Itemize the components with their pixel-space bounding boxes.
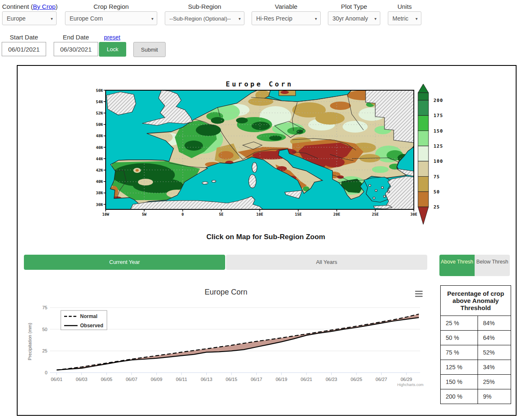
svg-text:06/29: 06/29 <box>400 377 412 382</box>
svg-text:15E: 15E <box>295 212 301 217</box>
results-panel: Europe Corn <box>17 65 517 416</box>
table-row: 50 %64% <box>441 331 511 345</box>
svg-text:06/25: 06/25 <box>351 377 362 382</box>
threshold-table: Percentage of crop above Anomaly Thresho… <box>440 285 511 404</box>
start-date-label: Start Date <box>2 34 46 41</box>
units-label: Units <box>388 3 421 10</box>
legend-normal-label: Normal <box>80 313 97 319</box>
map-colorbar <box>418 84 429 224</box>
start-date-input[interactable] <box>2 42 46 56</box>
svg-text:06/23: 06/23 <box>326 377 338 382</box>
by-crop-link[interactable]: By Crop <box>33 3 55 10</box>
table-row: 125 %34% <box>441 360 511 375</box>
precip-chart: Europe Corn 06/0106/0306/0506/0706/0906/… <box>24 283 426 393</box>
svg-text:40N: 40N <box>96 180 103 184</box>
svg-text:20E: 20E <box>333 212 340 217</box>
tab-all-years[interactable]: All Years <box>226 255 427 270</box>
sweden-block <box>279 90 296 96</box>
threshold-cell: 125 % <box>441 360 478 375</box>
svg-text:06/13: 06/13 <box>201 377 213 382</box>
percentage-cell: 52% <box>478 345 511 360</box>
map-zoom-note: Click on Map for Sub-Region Zoom <box>18 233 514 241</box>
svg-text:06/17: 06/17 <box>251 377 262 382</box>
svg-text:36N: 36N <box>96 203 103 207</box>
svg-text:175: 175 <box>434 113 443 118</box>
svg-text:54N: 54N <box>96 100 103 104</box>
submit-button[interactable]: Submit <box>133 42 166 57</box>
below-thresh-button[interactable]: Below Thresh <box>475 255 510 276</box>
svg-text:06/03: 06/03 <box>76 377 88 382</box>
svg-text:200: 200 <box>434 98 443 103</box>
svg-text:06/19: 06/19 <box>276 377 288 382</box>
percentage-cell: 64% <box>478 331 511 345</box>
end-date-label: End Date <box>54 34 98 41</box>
svg-text:50: 50 <box>42 327 47 332</box>
continent-label: Continent (By Crop) <box>2 3 58 10</box>
svg-text:5W: 5W <box>142 212 146 217</box>
end-date-input[interactable] <box>54 42 98 56</box>
variable-select[interactable]: Hi-Res Precip▾ <box>252 11 321 25</box>
tab-current-year[interactable]: Current Year <box>24 255 225 270</box>
chart-axes <box>50 373 420 375</box>
svg-text:52N: 52N <box>96 111 103 115</box>
table-row: 25 %84% <box>441 316 511 331</box>
chart-credits[interactable]: Highcharts.com <box>397 383 423 387</box>
above-thresh-button[interactable]: Above Thresh <box>439 255 475 276</box>
table-row: 75 %52% <box>441 345 511 360</box>
svg-text:38N: 38N <box>96 191 103 195</box>
crop-monitor-app: Continent (By Crop) Europe▾ Crop Region … <box>0 0 522 420</box>
svg-text:75: 75 <box>434 174 440 180</box>
variable-label: Variable <box>252 3 321 10</box>
svg-text:0: 0 <box>182 212 184 217</box>
crop-region-select[interactable]: Europe Corn▾ <box>65 11 157 25</box>
units-select[interactable]: Metric▾ <box>388 11 421 25</box>
threshold-cell: 50 % <box>441 331 478 345</box>
map-title: Europe Corn <box>226 81 293 88</box>
svg-text:10W: 10W <box>102 212 109 217</box>
legend-observed-label: Observed <box>80 323 103 329</box>
svg-text:50: 50 <box>434 189 440 195</box>
threshold-cell: 200 % <box>441 389 478 404</box>
svg-text:44N: 44N <box>96 157 103 161</box>
svg-text:06/09: 06/09 <box>151 377 163 382</box>
map-lat-labels: 56N54N52N50N48N46N44N42N40N38N36N <box>96 89 103 207</box>
chart-legend[interactable]: Normal Observed <box>61 310 107 330</box>
sub-region-select[interactable]: --Sub-Region (Optional)--▾ <box>165 11 244 25</box>
threshold-cell: 150 % <box>441 375 478 389</box>
svg-text:46N: 46N <box>96 146 103 150</box>
svg-text:06/27: 06/27 <box>376 377 387 382</box>
svg-text:56N: 56N <box>96 89 103 93</box>
svg-text:25E: 25E <box>372 212 379 217</box>
lock-button[interactable]: Lock <box>99 42 126 57</box>
svg-text:06/11: 06/11 <box>176 377 187 382</box>
plot-type-label: Plot Type <box>328 3 380 10</box>
preset-link[interactable]: preset <box>104 34 120 41</box>
svg-text:48N: 48N <box>96 134 103 138</box>
svg-text:10E: 10E <box>256 212 263 217</box>
svg-text:0: 0 <box>45 370 47 375</box>
map-lon-labels: 10W5W05E10E15E20E25E30E <box>102 212 417 217</box>
crop-region-label: Crop Region <box>65 3 157 10</box>
svg-text:25: 25 <box>434 204 440 210</box>
table-row: 150 %25% <box>441 375 511 389</box>
chart-menu-icon[interactable] <box>415 291 423 297</box>
plot-type-select[interactable]: 30yr Anomaly▾ <box>328 11 380 25</box>
map-colorbar-labels: 200175150125100755025 <box>434 98 443 210</box>
chevron-down-icon: ▾ <box>51 12 53 26</box>
threshold-cell: 25 % <box>441 316 478 331</box>
svg-text:06/01: 06/01 <box>51 377 62 382</box>
chevron-down-icon: ▾ <box>151 12 153 26</box>
sub-region-label: Sub-Region <box>165 3 244 10</box>
threshold-table-header: Percentage of crop above Anomaly Thresho… <box>441 286 511 316</box>
svg-text:100: 100 <box>434 159 443 164</box>
chevron-down-icon: ▾ <box>239 12 241 26</box>
continent-select[interactable]: Europe▾ <box>2 11 57 25</box>
anomaly-map[interactable]: Europe Corn <box>95 81 447 230</box>
svg-text:75: 75 <box>42 305 47 310</box>
percentage-cell: 84% <box>478 316 511 331</box>
percentage-cell: 25% <box>478 375 511 389</box>
svg-text:30E: 30E <box>410 212 417 217</box>
chevron-down-icon: ▾ <box>315 12 317 26</box>
svg-text:06/05: 06/05 <box>101 377 112 382</box>
svg-text:42N: 42N <box>96 168 103 172</box>
